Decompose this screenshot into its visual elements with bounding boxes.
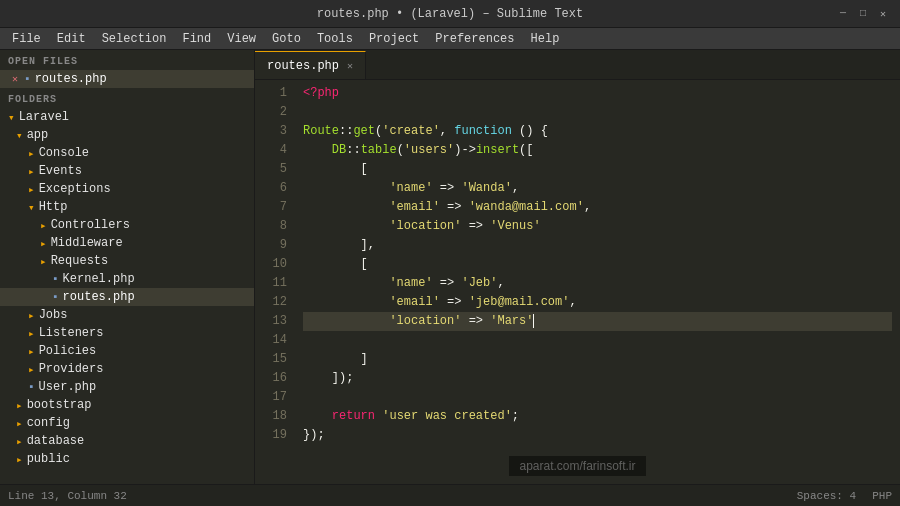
- folder-icon: ▸: [16, 399, 23, 412]
- folder-listeners-name: Listeners: [39, 326, 104, 340]
- folder-http-name: Http: [39, 200, 68, 214]
- close-file-icon[interactable]: ✕: [12, 73, 18, 85]
- menu-preferences[interactable]: Preferences: [427, 30, 522, 48]
- folder-app[interactable]: ▾ app: [0, 126, 254, 144]
- folder-listeners[interactable]: ▸ Listeners: [0, 324, 254, 342]
- menu-goto[interactable]: Goto: [264, 30, 309, 48]
- folder-public-name: public: [27, 452, 70, 466]
- sidebar: OPEN FILES ✕ ▪ routes.php FOLDERS ▾ Lara…: [0, 50, 255, 484]
- file-kernel[interactable]: ▪ Kernel.php: [0, 270, 254, 288]
- editor-area: routes.php ✕ 1 2 3 4 5 6 7 8 9 10 11 12 …: [255, 50, 900, 484]
- folder-console[interactable]: ▸ Console: [0, 144, 254, 162]
- folder-laravel-name: Laravel: [19, 110, 69, 124]
- folder-bootstrap-name: bootstrap: [27, 398, 92, 412]
- file-php-icon: ▪: [28, 381, 35, 393]
- menu-tools[interactable]: Tools: [309, 30, 361, 48]
- folder-icon: ▸: [16, 417, 23, 430]
- code-editor[interactable]: 1 2 3 4 5 6 7 8 9 10 11 12 13 14 15 16 1…: [255, 80, 900, 484]
- folder-icon: ▸: [40, 255, 47, 268]
- folder-events-name: Events: [39, 164, 82, 178]
- menu-project[interactable]: Project: [361, 30, 427, 48]
- folder-icon: ▾: [28, 201, 35, 214]
- menu-help[interactable]: Help: [523, 30, 568, 48]
- folder-console-name: Console: [39, 146, 89, 160]
- folder-exceptions-name: Exceptions: [39, 182, 111, 196]
- status-language: PHP: [872, 490, 892, 502]
- folders-label: FOLDERS: [0, 88, 254, 108]
- folder-exceptions[interactable]: ▸ Exceptions: [0, 180, 254, 198]
- folder-controllers-name: Controllers: [51, 218, 130, 232]
- folder-controllers[interactable]: ▸ Controllers: [0, 216, 254, 234]
- folder-middleware[interactable]: ▸ Middleware: [0, 234, 254, 252]
- folder-icon: ▸: [28, 363, 35, 376]
- main-area: OPEN FILES ✕ ▪ routes.php FOLDERS ▾ Lara…: [0, 50, 900, 484]
- status-left: Line 13, Column 32: [8, 490, 127, 502]
- folder-config[interactable]: ▸ config: [0, 414, 254, 432]
- menu-edit[interactable]: Edit: [49, 30, 94, 48]
- file-routes-sidebar[interactable]: ▪ routes.php: [0, 288, 254, 306]
- menu-bar: File Edit Selection Find View Goto Tools…: [0, 28, 900, 50]
- close-button[interactable]: ✕: [874, 5, 892, 23]
- folder-policies[interactable]: ▸ Policies: [0, 342, 254, 360]
- folder-icon: ▸: [28, 327, 35, 340]
- folder-jobs[interactable]: ▸ Jobs: [0, 306, 254, 324]
- folder-bootstrap[interactable]: ▸ bootstrap: [0, 396, 254, 414]
- file-kernel-name: Kernel.php: [63, 272, 135, 286]
- folder-requests[interactable]: ▸ Requests: [0, 252, 254, 270]
- folder-icon: ▸: [28, 147, 35, 160]
- folder-app-name: app: [27, 128, 49, 142]
- menu-file[interactable]: File: [4, 30, 49, 48]
- folder-database-name: database: [27, 434, 85, 448]
- menu-view[interactable]: View: [219, 30, 264, 48]
- file-routes-name: routes.php: [63, 290, 135, 304]
- folder-icon: ▾: [8, 111, 15, 124]
- menu-find[interactable]: Find: [174, 30, 219, 48]
- folder-icon: ▸: [28, 183, 35, 196]
- window-controls: ─ □ ✕: [834, 0, 892, 27]
- status-right: Spaces: 4 PHP: [797, 490, 892, 502]
- status-line-col: Line 13, Column 32: [8, 490, 127, 502]
- folder-icon: ▸: [16, 435, 23, 448]
- folder-icon: ▸: [40, 219, 47, 232]
- folder-events[interactable]: ▸ Events: [0, 162, 254, 180]
- status-spaces: Spaces: 4: [797, 490, 856, 502]
- code-content[interactable]: <?php Route::get('create', function () {…: [295, 84, 900, 480]
- folder-public[interactable]: ▸ public: [0, 450, 254, 468]
- open-file-name: routes.php: [35, 72, 107, 86]
- open-file-routes[interactable]: ✕ ▪ routes.php: [0, 70, 254, 88]
- file-php-icon: ▪: [52, 273, 59, 285]
- folder-providers-name: Providers: [39, 362, 104, 376]
- folder-icon: ▸: [28, 165, 35, 178]
- folder-icon: ▾: [16, 129, 23, 142]
- menu-selection[interactable]: Selection: [94, 30, 175, 48]
- line-numbers: 1 2 3 4 5 6 7 8 9 10 11 12 13 14 15 16 1…: [255, 84, 295, 480]
- folder-providers[interactable]: ▸ Providers: [0, 360, 254, 378]
- status-bar: Line 13, Column 32 Spaces: 4 PHP: [0, 484, 900, 506]
- title-bar: routes.php • (Laravel) – Sublime Text ─ …: [0, 0, 900, 28]
- tab-close-icon[interactable]: ✕: [347, 60, 353, 72]
- file-user-name: User.php: [39, 380, 97, 394]
- folder-icon: ▸: [28, 345, 35, 358]
- folder-laravel[interactable]: ▾ Laravel: [0, 108, 254, 126]
- folder-icon: ▸: [28, 309, 35, 322]
- tab-bar: routes.php ✕: [255, 50, 900, 80]
- file-php-icon: ▪: [24, 73, 31, 85]
- folder-config-name: config: [27, 416, 70, 430]
- folder-icon: ▸: [40, 237, 47, 250]
- folder-icon: ▸: [16, 453, 23, 466]
- tab-routes-label: routes.php: [267, 59, 339, 73]
- file-user[interactable]: ▪ User.php: [0, 378, 254, 396]
- folder-middleware-name: Middleware: [51, 236, 123, 250]
- file-php-icon: ▪: [52, 291, 59, 303]
- title-bar-text: routes.php • (Laravel) – Sublime Text: [317, 7, 583, 21]
- folder-database[interactable]: ▸ database: [0, 432, 254, 450]
- folder-jobs-name: Jobs: [39, 308, 68, 322]
- open-files-label: OPEN FILES: [0, 50, 254, 70]
- maximize-button[interactable]: □: [854, 5, 872, 23]
- folder-policies-name: Policies: [39, 344, 97, 358]
- folder-http[interactable]: ▾ Http: [0, 198, 254, 216]
- minimize-button[interactable]: ─: [834, 5, 852, 23]
- tab-routes[interactable]: routes.php ✕: [255, 51, 366, 79]
- folder-requests-name: Requests: [51, 254, 109, 268]
